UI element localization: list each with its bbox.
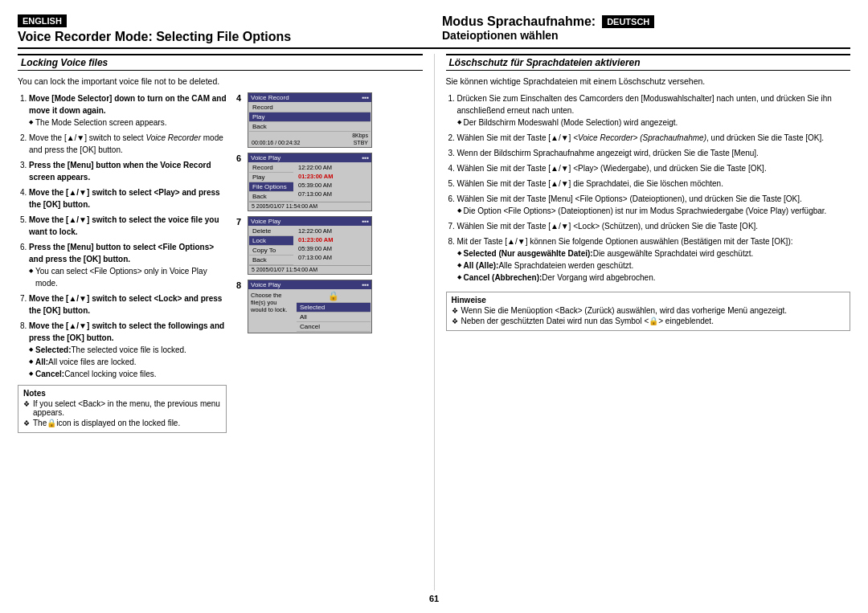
de-notes-list: Wenn Sie die Menüoption <Back> (Zurück) … [452, 306, 845, 325]
screen8-item-cancel: Cancel [297, 322, 371, 332]
screens-wrap: 4 Voice Record ▪▪▪ Record Play Back [235, 92, 423, 333]
en-step-7: Move the [▲/▼] switch to select <Lock> a… [29, 292, 227, 317]
left-column-english: Locking Voice files You can lock the imp… [18, 54, 435, 591]
screen7-titlebar: Voice Play ▪▪▪ [248, 217, 371, 226]
screen-row-7: 7 Voice Play ▪▪▪ Delete [248, 216, 423, 275]
en-steps: Move [Mode Selector] down to turn on the… [18, 92, 227, 380]
screen7-item-lock: Lock [249, 236, 293, 246]
en-screens: 4 Voice Record ▪▪▪ Record Play Back [235, 92, 423, 433]
screen4-titlebar: Voice Record ▪▪▪ [248, 93, 371, 102]
de-step-4: Wählen Sie mit der Taste [▲/▼] <Play> (W… [457, 162, 851, 174]
de-step-8: Mit der Taste [▲/▼] können Sie folgende … [457, 235, 851, 284]
screen7-item-delete: Delete [249, 227, 293, 236]
screen6-item-back: Back [249, 192, 293, 202]
en-note-1: If you select <Back> in the menu, the pr… [23, 399, 221, 417]
page-number: 61 [18, 594, 850, 603]
screen4-item-play: Play [249, 112, 371, 122]
de-note-1: Wenn Sie die Menüoption <Back> (Zurück) … [452, 306, 845, 315]
screen6-item-play: Play [249, 173, 293, 182]
de-step-1: Drücken Sie zum Einschalten des Camcorde… [457, 92, 851, 129]
en-note-2: The 🔒 icon is displayed on the locked fi… [23, 419, 221, 427]
screen8-item-all: All [297, 313, 371, 322]
screen7-footer: 5 2005/01/07 11:54:00 AM [249, 265, 371, 273]
device-screen-6: Voice Play ▪▪▪ Record Play File Options [248, 153, 372, 211]
screen8-choose-text: Choose the file(s) you would to lock. [249, 290, 293, 332]
en-notes-box: Notes If you select <Back> in the menu, … [18, 385, 227, 433]
screen6-item-record: Record [249, 163, 293, 173]
en-step-4: Move the [▲/▼] switch to select <Play> a… [29, 186, 227, 210]
header-title-de-main: Modus Sprachaufnahme: [442, 14, 596, 29]
en-notes-list: If you select <Back> in the menu, the pr… [23, 399, 221, 427]
screen6-titlebar: Voice Play ▪▪▪ [248, 153, 371, 162]
screen6-time2: 01:23:00 AM [295, 172, 371, 181]
screen6-body: Record Play File Options Back 12:22:00 A… [248, 162, 371, 210]
screen-num-6: 6 [236, 153, 241, 163]
screen6-time1: 12:22:00 AM [295, 163, 371, 172]
screen6-item-fileopts: File Options [249, 182, 293, 192]
header-right-content: Modus Sprachaufnahme: DEUTSCH Dateioptio… [442, 14, 654, 42]
en-step-5: Move the [▲/▼] switch to select the voic… [29, 214, 227, 238]
screen4-item-record: Record [249, 103, 371, 112]
screen7-item-back: Back [249, 255, 293, 265]
header-right: Modus Sprachaufnahme: DEUTSCH Dateioptio… [426, 14, 850, 42]
screen-num-8: 8 [236, 280, 241, 290]
de-step-3: Wenn der Bildschirm Sprachaufnahme angez… [457, 147, 851, 159]
screen7-body: Delete Lock Copy To Back 12:22:00 AM 01:… [248, 226, 371, 274]
screen6-time4: 07:13:00 AM [295, 190, 371, 198]
right-column-german: Löschschutz für Sprachdateien aktivieren… [435, 54, 851, 591]
screen8-item-selected: Selected [297, 303, 371, 313]
header-title-de-sub: Dateioptionen wählen [442, 29, 654, 42]
lang-badge-de: DEUTSCH [602, 15, 654, 28]
device-screen-4: Voice Record ▪▪▪ Record Play Back 8Kbps [248, 92, 372, 148]
en-step-2: Move the [▲/▼] switch to select Voice Re… [29, 132, 227, 156]
de-notes-box: Hinweise Wenn Sie die Menüoption <Back> … [446, 292, 851, 331]
section-header-de: Löschschutz für Sprachdateien aktivieren [446, 54, 851, 71]
screen8-item-lock-icon: 🔒 [297, 290, 371, 303]
de-step-6: Wählen Sie mit der Taste [Menu] <File Op… [457, 193, 851, 217]
page: ENGLISH Voice Recorder Mode: Selecting F… [0, 0, 868, 613]
de-note-2: Neben der geschützten Datei wird nun das… [452, 317, 845, 325]
screen6-footer: 5 2005/01/07 11:54:00 AM [249, 202, 371, 210]
screen4-info: 8Kbps [249, 132, 371, 139]
screen7-time2: 01:23:00 AM [295, 235, 371, 244]
header-left: ENGLISH Voice Recorder Mode: Selecting F… [18, 14, 426, 44]
screen4-item-back: Back [249, 122, 371, 132]
de-steps: Drücken Sie zum Einschalten des Camcorde… [446, 92, 851, 287]
screen7-item-copyto: Copy To [249, 246, 293, 255]
screen7-time1: 12:22:00 AM [295, 227, 371, 235]
en-steps-col: Move [Mode Selector] down to turn on the… [18, 92, 227, 433]
en-intro: You can lock the important voice file no… [18, 76, 423, 88]
en-step-1: Move [Mode Selector] down to turn on the… [29, 92, 227, 129]
screen4-time: 00:00:16 / 00:24:32 STBY [249, 139, 371, 146]
device-screen-7: Voice Play ▪▪▪ Delete Lock Copy To [248, 216, 372, 275]
header: ENGLISH Voice Recorder Mode: Selecting F… [18, 14, 850, 49]
screen-row-4: 4 Voice Record ▪▪▪ Record Play Back [248, 92, 423, 148]
screen-num-4: 4 [236, 93, 241, 103]
header-right-top: Modus Sprachaufnahme: DEUTSCH [442, 14, 654, 29]
screen-row-8: 8 Voice Play ▪▪▪ Choose the file(s) [248, 280, 423, 333]
de-step-2: Wählen Sie mit der Taste [▲/▼] <Voice Re… [457, 132, 851, 144]
section-header-en: Locking Voice files [18, 54, 423, 71]
lang-badge-en: ENGLISH [18, 14, 67, 27]
de-notes-title: Hinweise [452, 296, 845, 304]
de-step-5: Wählen Sie mit der Taste [▲/▼] die Sprac… [457, 178, 851, 190]
en-notes-title: Notes [23, 389, 221, 398]
screen-row-6: 6 Voice Play ▪▪▪ Record [248, 153, 423, 211]
main-content: Locking Voice files You can lock the imp… [18, 54, 850, 591]
header-title-main: Voice Recorder Mode: Selecting File Opti… [18, 29, 426, 44]
en-step-8: Move the [▲/▼] switch to select the foll… [29, 320, 227, 380]
screen6-time3: 05:39:00 AM [295, 181, 371, 190]
screen8-titlebar: Voice Play ▪▪▪ [248, 280, 371, 289]
screen4-body: Record Play Back 8Kbps 00:00:16 / 00:24:… [248, 102, 371, 147]
de-intro: Sie können wichtige Sprachdateien mit ei… [446, 76, 851, 88]
screen8-body: Choose the file(s) you would to lock. 🔒 … [248, 289, 371, 333]
en-step-3: Press the [Menu] button when the Voice R… [29, 159, 227, 183]
screen7-time3: 05:39:00 AM [295, 244, 371, 253]
screen-num-7: 7 [236, 217, 241, 227]
en-two-col: Move [Mode Selector] down to turn on the… [18, 92, 423, 433]
screen7-time4: 07:13:00 AM [295, 253, 371, 262]
en-step-6: Press the [Menu] button to select <File … [29, 241, 227, 289]
de-step-7: Wählen Sie mit der Taste [▲/▼] <Lock> (S… [457, 220, 851, 232]
device-screen-8: Voice Play ▪▪▪ Choose the file(s) you wo… [248, 280, 372, 333]
